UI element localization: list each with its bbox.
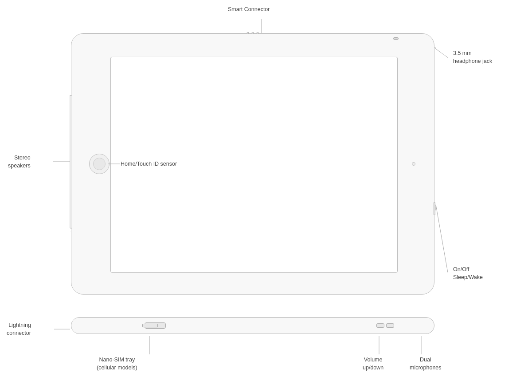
stereo-speakers-text-1: Stereo	[14, 155, 31, 161]
svg-line-8	[436, 205, 448, 272]
dual-mic-text-1: Dual	[420, 357, 431, 363]
bottom-speaker-right	[376, 323, 394, 328]
connector-dot-2	[252, 32, 254, 34]
home-touch-id-text: Home/Touch ID sensor	[121, 161, 177, 167]
diagram-container: Smart Connector 3.5 mm headphone jack St…	[0, 0, 532, 392]
home-touch-id-label: Home/Touch ID sensor	[121, 160, 177, 168]
sim-tray	[142, 324, 158, 327]
stereo-speakers-label: Stereo speakers	[8, 154, 31, 170]
home-button	[89, 154, 110, 174]
lightning-label: Lightning connector	[7, 322, 31, 337]
nano-sim-text-1: Nano-SIM tray	[99, 357, 135, 363]
nano-sim-label: Nano-SIM tray (cellular models)	[97, 356, 137, 372]
smart-connector-text: Smart Connector	[228, 6, 270, 12]
lightning-text-2: connector	[7, 330, 31, 336]
bottom-body	[71, 317, 434, 334]
home-button-inner	[93, 158, 106, 170]
ipad-bottom-diagram	[71, 314, 434, 339]
nano-sim-text-2: (cellular models)	[97, 365, 137, 371]
headphone-jack	[393, 37, 399, 40]
speaker-slot-1	[376, 323, 384, 328]
dual-mic-text-2: microphones	[410, 365, 442, 371]
front-camera	[412, 162, 415, 166]
headphone-jack-label: 3.5 mm headphone jack	[453, 50, 492, 65]
volume-text-2: up/down	[363, 365, 383, 371]
left-speaker-bracket	[70, 96, 71, 232]
onoff-text-2: Sleep/Wake	[453, 274, 483, 280]
volume-text-1: Volume	[364, 357, 383, 363]
lightning-text-1: Lightning	[8, 322, 31, 328]
stereo-speakers-text-2: speakers	[8, 163, 31, 169]
connector-dot-1	[247, 32, 249, 34]
volume-label: Volume up/down	[363, 356, 383, 372]
speaker-slot-2	[386, 323, 394, 328]
smart-connector-dots	[247, 32, 259, 34]
onoff-button	[434, 202, 435, 215]
dual-mic-label: Dual microphones	[410, 356, 442, 372]
smart-connector-label: Smart Connector	[228, 6, 270, 14]
onoff-label: On/Off Sleep/Wake	[453, 266, 483, 281]
headphone-jack-text-2: headphone jack	[453, 58, 492, 64]
headphone-jack-text-1: 3.5 mm	[453, 50, 472, 56]
connector-dot-3	[257, 32, 259, 34]
svg-line-1	[434, 48, 448, 58]
onoff-text-1: On/Off	[453, 266, 469, 272]
